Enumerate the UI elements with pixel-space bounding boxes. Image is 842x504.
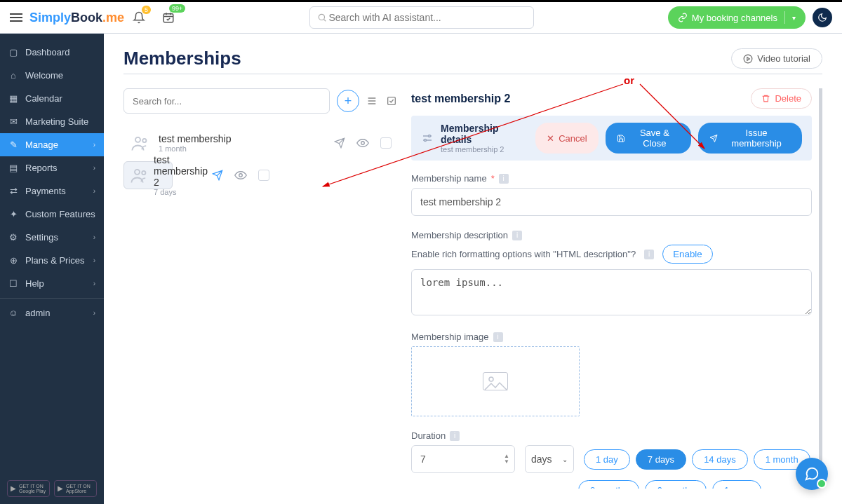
cancel-button[interactable]: ✕ Cancel <box>535 123 598 154</box>
svg-point-9 <box>239 174 243 177</box>
send-icon[interactable] <box>334 137 345 149</box>
nav-label: Settings <box>25 232 58 243</box>
nav-icon: ⚙ <box>8 232 18 243</box>
members-icon <box>131 133 150 153</box>
duration-unit-label: days <box>531 454 552 465</box>
top-search-input[interactable] <box>327 11 526 24</box>
menu-icon[interactable] <box>10 11 22 24</box>
duration-chip[interactable]: 14 days <box>692 449 748 470</box>
nav-label: Plans & Prices <box>25 255 85 266</box>
image-dropzone[interactable] <box>411 346 580 416</box>
as-name: AppStore <box>66 489 96 493</box>
checkbox[interactable] <box>380 137 392 149</box>
sidebar-item-admin[interactable]: ☺admin› <box>0 298 104 325</box>
duration-chip[interactable]: 1 day <box>584 449 630 470</box>
sidebar-item-welcome[interactable]: ⌂Welcome <box>0 64 104 87</box>
sidebar-item-custom-features[interactable]: ✦Custom Features <box>0 203 104 226</box>
list-view-icon[interactable] <box>366 95 379 107</box>
number-stepper[interactable]: ▲▼ <box>501 448 512 470</box>
duration-chip[interactable]: 2 months <box>578 480 639 489</box>
mem-subtitle: 1 month <box>159 144 326 153</box>
bell-icon[interactable]: 5 <box>131 10 147 25</box>
sidebar-item-payments[interactable]: ⇄Payments› <box>0 179 104 203</box>
membership-name-input[interactable] <box>411 188 812 216</box>
issue-membership-button[interactable]: Issue membership <box>698 123 802 154</box>
duration-value-input[interactable] <box>411 445 515 473</box>
sidebar-item-reports[interactable]: ▤Reports› <box>0 156 104 179</box>
chat-icon <box>804 466 820 482</box>
sidebar-item-settings[interactable]: ⚙Settings› <box>0 226 104 249</box>
nav-label: Welcome <box>25 70 63 81</box>
duration-unit-select[interactable]: days ⌄ <box>525 445 574 473</box>
list-search-input[interactable] <box>131 95 322 107</box>
duration-label: Durationi <box>411 430 812 441</box>
sidebar-item-marketing-suite[interactable]: ✉Marketing Suite <box>0 110 104 133</box>
nav-icon: ☺ <box>8 308 18 318</box>
chat-fab[interactable] <box>796 458 828 490</box>
sidebar-item-help[interactable]: ☐Help› <box>0 272 104 295</box>
chevron-right-icon: › <box>93 257 95 264</box>
sidebar-item-calendar[interactable]: ▦Calendar <box>0 87 104 110</box>
duration-chip[interactable]: 6 months <box>645 480 706 489</box>
delete-button[interactable]: Delete <box>751 88 812 109</box>
save-close-button[interactable]: Save & Close <box>606 123 691 154</box>
google-play-badge[interactable]: GET IT ONGoogle Play <box>7 480 50 497</box>
strip-title: Membership details <box>441 123 528 145</box>
info-icon[interactable]: i <box>493 332 503 342</box>
list-search[interactable] <box>123 88 330 114</box>
calendar-check-icon[interactable]: 99+ <box>161 10 176 25</box>
membership-list-pane: + test membership1 monthtest membership … <box>123 88 399 489</box>
video-tutorial-button[interactable]: Video tutorial <box>731 48 822 69</box>
checkbox[interactable] <box>258 170 269 181</box>
app-store-badge[interactable]: GET IT ONAppStore <box>54 480 97 497</box>
search-icon <box>317 13 327 22</box>
sidebar-item-plans-prices[interactable]: ⊕Plans & Prices› <box>0 249 104 272</box>
delete-label: Delete <box>775 93 801 104</box>
add-membership-button[interactable]: + <box>337 90 359 112</box>
details-heading: test membership 2 <box>411 93 510 105</box>
nav-icon: ⇄ <box>8 186 18 196</box>
eye-icon[interactable] <box>234 169 247 182</box>
nav-icon: ✦ <box>8 209 18 219</box>
issue-label: Issue membership <box>722 128 791 149</box>
nav-icon: ▦ <box>8 93 18 104</box>
name-label: Membership name*i <box>411 173 812 184</box>
send-icon[interactable] <box>212 170 223 181</box>
sidebar-item-dashboard[interactable]: ▢Dashboard <box>0 41 104 64</box>
nav-label: Payments <box>25 186 66 196</box>
info-icon[interactable]: i <box>450 431 460 441</box>
svg-point-10 <box>429 135 431 137</box>
logo[interactable]: SimplyBook.me <box>29 11 124 25</box>
moon-icon <box>817 13 827 22</box>
info-icon[interactable]: i <box>644 250 654 259</box>
desc-label: Membership descriptioni <box>411 230 812 240</box>
booking-channels-button[interactable]: My booking channels ▾ <box>668 6 806 29</box>
eye-icon[interactable] <box>356 137 369 149</box>
nav-icon: ☐ <box>8 278 18 289</box>
play-icon <box>743 54 753 64</box>
chevron-right-icon: › <box>93 164 95 172</box>
logo-book: Book <box>71 11 102 25</box>
save-label: Save & Close <box>629 128 681 149</box>
select-all-icon[interactable] <box>386 95 399 107</box>
booking-channels-label: My booking channels <box>692 13 777 23</box>
gp-top: GET IT ON <box>19 484 49 489</box>
send-icon <box>709 134 718 143</box>
page-title: Memberships <box>123 48 241 69</box>
top-search[interactable] <box>309 6 534 29</box>
membership-description-input[interactable]: lorem ipsum... <box>411 269 812 315</box>
sidebar-item-manage[interactable]: ✎Manage› <box>0 133 104 156</box>
nav-label: admin <box>25 308 50 318</box>
trash-icon <box>761 94 770 103</box>
sidebar: ▢Dashboard⌂Welcome▦Calendar✉Marketing Su… <box>0 34 104 504</box>
duration-chip[interactable]: 1 year <box>712 480 761 489</box>
duration-chip[interactable]: 7 days <box>636 449 686 470</box>
svg-point-12 <box>489 377 493 381</box>
info-icon[interactable]: i <box>499 174 509 184</box>
video-tutorial-label: Video tutorial <box>757 53 810 64</box>
enable-html-button[interactable]: Enable <box>662 245 713 264</box>
settings-sliders-icon <box>421 132 434 144</box>
theme-toggle[interactable] <box>813 8 832 27</box>
info-icon[interactable]: i <box>512 231 522 240</box>
membership-list-item[interactable]: test membership 27 days <box>123 161 173 189</box>
